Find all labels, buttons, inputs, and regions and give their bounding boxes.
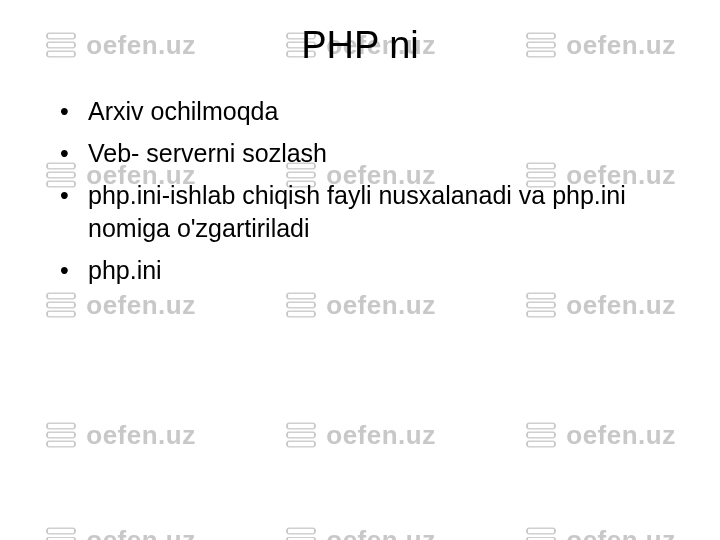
bullet-list: Arxiv ochilmoqda Veb- serverni sozlash p…	[48, 95, 672, 288]
list-item: Veb- serverni sozlash	[82, 137, 672, 171]
slide-title: PHP ni	[48, 24, 672, 67]
slide-content: PHP ni Arxiv ochilmoqda Veb- serverni so…	[0, 0, 720, 540]
list-item: Arxiv ochilmoqda	[82, 95, 672, 129]
list-item: php.ini	[82, 254, 672, 288]
list-item: php.ini-ishlab chiqish fayli nusxalanadi…	[82, 179, 672, 247]
